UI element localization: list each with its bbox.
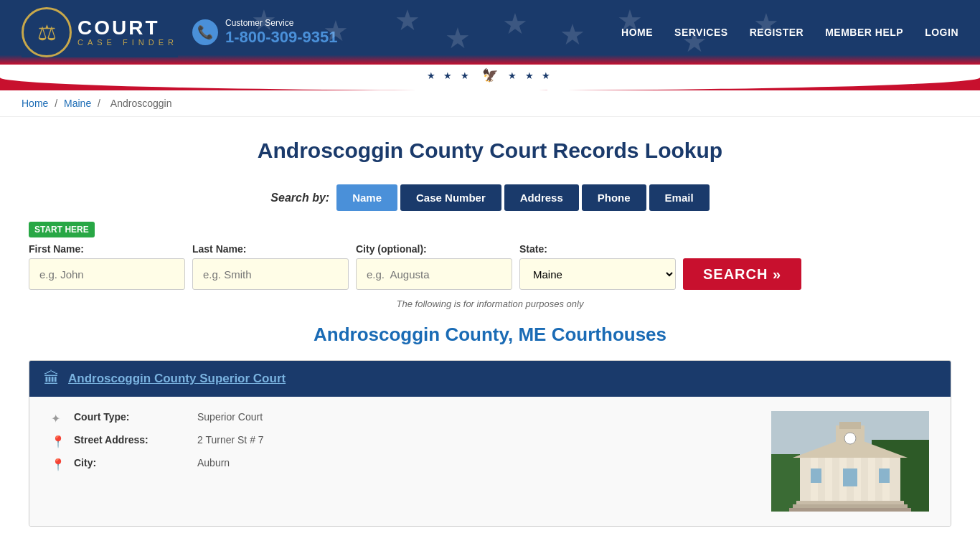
courthouse-card-body: ✦ Court Type: Superior Court 📍 Street Ad… [29, 397, 951, 526]
court-type-value: Superior Court [197, 411, 263, 423]
nav-register[interactable]: REGISTER [750, 27, 804, 38]
search-by-row: Search by: Name Case Number Address Phon… [29, 184, 951, 211]
courthouse-card-header: 🏛 Androscoggin County Superior Court [29, 361, 951, 397]
courthouse-image [771, 411, 929, 512]
courthouse-details: ✦ Court Type: Superior Court 📍 Street Ad… [51, 411, 771, 512]
logo-emblem [22, 7, 72, 57]
city-icon: 📍 [51, 458, 65, 471]
courthouses-title: Androscoggin County, ME Courthouses [29, 324, 951, 346]
search-tabs: Name Case Number Address Phone Email [336, 184, 709, 211]
breadcrumb-sep2: / [98, 98, 103, 109]
phone-icon: 📞 [192, 19, 218, 45]
tab-address[interactable]: Address [504, 184, 579, 211]
logo-court-text: COURT [77, 18, 178, 38]
city-row: 📍 City: Auburn [51, 457, 771, 471]
city-detail-label: City: [74, 457, 189, 468]
first-name-input[interactable] [29, 258, 185, 290]
street-value: 2 Turner St # 7 [197, 434, 264, 446]
customer-service-label: Customer Service [225, 18, 338, 28]
logo-text: COURT CASE FINDER [77, 18, 178, 47]
breadcrumb-state[interactable]: Maine [64, 98, 91, 109]
search-form-row: First Name: Last Name: City (optional): … [29, 243, 951, 290]
tab-name[interactable]: Name [336, 184, 397, 211]
breadcrumb-home[interactable]: Home [22, 98, 48, 109]
search-button[interactable]: SEARCH » [683, 258, 801, 290]
courthouse-icon: 🏛 [44, 369, 60, 388]
header: ★ ★ ★ ★ ★ ★ ★ ★ ★ COURT CASE FINDER 📞 Cu… [0, 0, 980, 65]
banner-eagle: 🦅 [482, 67, 498, 83]
tab-phone[interactable]: Phone [582, 184, 646, 211]
courthouse-card: 🏛 Androscoggin County Superior Court ✦ C… [29, 360, 951, 527]
banner-stars-right: ★ ★ ★ [508, 70, 553, 81]
start-here-badge: START HERE [29, 222, 951, 243]
nav-member-help[interactable]: MEMBER HELP [825, 27, 903, 38]
main-nav: HOME SERVICES REGISTER MEMBER HELP LOGIN [621, 27, 958, 38]
svg-rect-15 [839, 422, 861, 429]
header-left: COURT CASE FINDER 📞 Customer Service 1-8… [22, 7, 338, 57]
svg-rect-17 [811, 468, 821, 483]
customer-service: 📞 Customer Service 1-800-309-9351 [192, 18, 338, 47]
customer-service-phone: 1-800-309-9351 [225, 28, 338, 47]
state-select[interactable]: Maine Alabama Alaska Arizona California … [519, 258, 676, 290]
city-label: City (optional): [356, 243, 512, 255]
city-group: City (optional): [356, 243, 512, 290]
svg-rect-12 [793, 504, 908, 508]
breadcrumb-sep1: / [55, 98, 60, 109]
svg-point-16 [844, 433, 856, 444]
banner-stars-left: ★ ★ ★ [427, 70, 472, 81]
last-name-group: Last Name: [192, 243, 349, 290]
last-name-label: Last Name: [192, 243, 349, 255]
svg-rect-2 [771, 454, 800, 512]
street-label: Street Address: [74, 434, 189, 446]
svg-rect-19 [879, 468, 890, 483]
breadcrumb: Home / Maine / Androscoggin [0, 90, 980, 117]
nav-services[interactable]: SERVICES [674, 27, 728, 38]
svg-rect-18 [843, 468, 857, 486]
location-icon: 📍 [51, 435, 65, 448]
street-row: 📍 Street Address: 2 Turner St # 7 [51, 434, 771, 448]
state-label: State: [519, 243, 676, 255]
svg-rect-13 [789, 508, 911, 512]
breadcrumb-county: Androscoggin [110, 98, 172, 109]
svg-rect-6 [825, 458, 832, 501]
state-group: State: Maine Alabama Alaska Arizona Cali… [519, 243, 676, 290]
first-name-group: First Name: [29, 243, 185, 290]
city-input[interactable] [356, 258, 512, 290]
nav-home[interactable]: HOME [621, 27, 653, 38]
logo[interactable]: COURT CASE FINDER [22, 7, 178, 57]
main-content: Androscoggin County Court Records Lookup… [0, 117, 980, 551]
tab-case-number[interactable]: Case Number [400, 184, 501, 211]
first-name-label: First Name: [29, 243, 185, 255]
logo-sub-text: CASE FINDER [77, 38, 178, 47]
court-type-icon: ✦ [51, 412, 65, 425]
search-form-container: START HERE First Name: Last Name: City (… [29, 222, 951, 290]
search-by-label: Search by: [270, 192, 329, 204]
eagle-banner: ★ ★ ★ 🦅 ★ ★ ★ [0, 65, 980, 90]
tab-email[interactable]: Email [649, 184, 710, 211]
info-note: The following is for information purpose… [29, 298, 951, 309]
courthouse-name-link[interactable]: Androscoggin County Superior Court [68, 372, 286, 386]
page-title: Androscoggin County Court Records Lookup [29, 138, 951, 163]
city-detail-value: Auburn [197, 457, 230, 468]
last-name-input[interactable] [192, 258, 349, 290]
nav-login[interactable]: LOGIN [925, 27, 958, 38]
court-type-label: Court Type: [74, 411, 189, 423]
court-type-row: ✦ Court Type: Superior Court [51, 411, 771, 425]
svg-rect-9 [868, 458, 875, 501]
svg-rect-11 [796, 501, 904, 504]
